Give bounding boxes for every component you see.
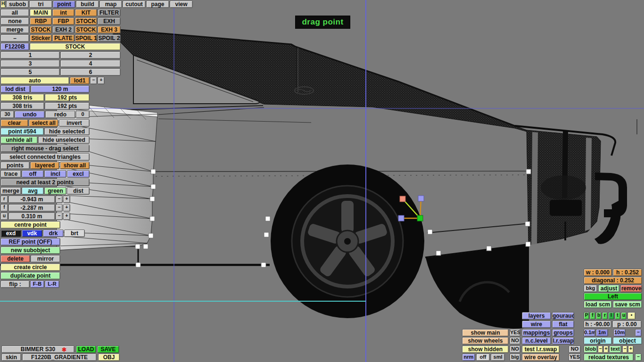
selected-point[interactable]	[150, 216, 155, 221]
btn-120-m[interactable]: 120 m	[31, 85, 90, 93]
btn-build[interactable]: build	[76, 0, 99, 8]
btn-[interactable]: –	[0, 34, 29, 42]
selected-point[interactable]	[150, 197, 155, 201]
btn-unhide-all[interactable]: unhide all	[0, 136, 38, 144]
btn-[interactable]: +	[603, 346, 609, 353]
btn-0[interactable]: 0	[76, 111, 90, 118]
btn-[interactable]: –	[622, 346, 627, 353]
btn-show-hidden[interactable]: show hidden	[462, 346, 509, 353]
btn-obj[interactable]: OBJ	[98, 354, 120, 361]
btn-layers[interactable]: layers	[522, 312, 551, 320]
btn-skin[interactable]: skin	[1, 354, 21, 361]
btn-flat[interactable]: flat	[552, 321, 574, 328]
btn-u[interactable]: u	[0, 213, 8, 220]
btn-bkg[interactable]: bkg	[584, 285, 597, 292]
view-side[interactable]: Left	[584, 293, 642, 300]
btn-text[interactable]: text	[609, 346, 621, 353]
btn-n-c-level[interactable]: n.c.level	[522, 337, 551, 345]
btn-308-tris[interactable]: 308 tris	[0, 94, 44, 101]
selected-point[interactable]	[525, 222, 530, 226]
menu-point-active[interactable]: point	[53, 0, 75, 8]
btn-exh-2[interactable]: EXH 2	[52, 26, 74, 33]
btn-w-0-000[interactable]: w : 0.000	[584, 269, 612, 276]
btn-hide-unselected[interactable]: hide unselected	[38, 136, 90, 144]
selected-point[interactable]	[526, 169, 531, 174]
btn-layered[interactable]: layered	[30, 162, 59, 169]
btn-vdk[interactable]: vdk	[22, 230, 42, 237]
selected-point[interactable]	[487, 246, 491, 251]
btn-1[interactable]: 1	[0, 51, 60, 59]
btn-1m[interactable]: 1m	[596, 329, 608, 337]
selected-point[interactable]	[428, 230, 432, 234]
btn-mappings[interactable]: mappings	[522, 329, 551, 337]
btn-rbp[interactable]: RBP	[30, 17, 52, 25]
btn-hide-selected[interactable]: hide selected	[44, 128, 90, 135]
selected-point[interactable]	[136, 263, 140, 267]
btn-30[interactable]: 30	[0, 111, 14, 118]
btn-save-scm[interactable]: save scm	[613, 301, 642, 308]
btn-exh-3[interactable]: EXH 3	[98, 26, 121, 33]
selected-point[interactable]	[135, 244, 140, 249]
btn-lod1[interactable]: lod1	[70, 77, 90, 84]
btn-flip[interactable]: flip :	[0, 280, 30, 288]
btn-avg[interactable]: avg	[22, 187, 44, 195]
btn-gouraud[interactable]: gouraud	[552, 312, 574, 320]
btn-blob[interactable]: blob	[584, 346, 597, 353]
btn-ref-point-off[interactable]: REF point (OFF)	[0, 238, 60, 246]
btn-f-b[interactable]: F-B	[30, 280, 44, 288]
btn-f1220b[interactable]: F1220B	[0, 43, 29, 50]
btn-adjust[interactable]: adjust	[598, 285, 619, 292]
btn-off[interactable]: off	[22, 170, 44, 178]
btn-merge[interactable]: merge	[0, 187, 21, 195]
btn-r[interactable]: r	[602, 312, 608, 320]
btn-right-mouse-drag-select[interactable]: right mouse - drag select	[0, 145, 90, 152]
btn-lod-dist[interactable]: lod dist	[0, 85, 30, 93]
btn-[interactable]: +	[63, 213, 70, 220]
selected-point[interactable]	[436, 251, 441, 255]
btn-undo[interactable]: undo	[15, 111, 45, 118]
btn-3[interactable]: 3	[0, 60, 60, 67]
selected-point[interactable]	[151, 169, 156, 174]
btn-drk[interactable]: drk	[43, 230, 64, 237]
btn-sticker[interactable]: Sticker	[30, 34, 52, 42]
skin-name[interactable]: F1220B_GRADIENTE	[22, 354, 97, 361]
btn-[interactable]: –	[56, 196, 63, 203]
btn-none[interactable]: none	[0, 17, 29, 25]
selected-point[interactable]	[261, 263, 266, 267]
selected-point[interactable]	[151, 184, 156, 189]
btn-redo[interactable]: redo	[45, 111, 75, 118]
btn-tri[interactable]: tri	[29, 0, 52, 8]
btn-subob[interactable]: subob	[6, 0, 29, 8]
btn-off[interactable]: off	[476, 354, 490, 361]
btn-excl[interactable]: excl	[67, 170, 90, 178]
selected-point[interactable]	[264, 232, 269, 237]
btn-p-0-00[interactable]: p : 0.00	[612, 321, 642, 328]
btn-test-l-r-swap[interactable]: test l.r.swap	[522, 346, 560, 353]
btn-fbp[interactable]: FBP	[52, 17, 74, 25]
btn-exh[interactable]: EXH	[98, 17, 121, 25]
btn-f[interactable]: f	[590, 312, 595, 320]
drag-handle-diagonal[interactable]	[400, 196, 405, 202]
drag-handle-vertical[interactable]	[418, 196, 424, 201]
btn-yes[interactable]: YES	[510, 329, 520, 337]
btn-p[interactable]: P	[584, 312, 589, 320]
btn-h-0-252[interactable]: h : 0.252	[613, 269, 642, 276]
btn-diagonal-0-252[interactable]: diagonal : 0.252	[584, 277, 642, 284]
btn-exd[interactable]: exd	[0, 230, 21, 237]
btn-map[interactable]: map	[99, 0, 122, 8]
view-dot-toggle[interactable]: •	[627, 312, 636, 320]
btn-object[interactable]: object	[613, 337, 642, 345]
btn-select-all[interactable]: select all	[29, 119, 58, 127]
btn-308-tris[interactable]: 308 tris	[0, 102, 44, 110]
btn-r[interactable]: r	[0, 196, 8, 203]
btn-[interactable]: –	[635, 329, 642, 337]
btn-reload-textures[interactable]: reload textures	[584, 354, 634, 361]
btn-[interactable]: –	[90, 77, 97, 84]
btn-2[interactable]: 2	[60, 51, 121, 59]
btn-6[interactable]: 6	[60, 68, 121, 76]
selected-point[interactable]	[265, 216, 270, 221]
btn-nrm[interactable]: nrm	[462, 354, 475, 361]
btn-trace[interactable]: trace	[0, 170, 21, 178]
btn-show-all[interactable]: show all	[60, 162, 90, 169]
btn-yes[interactable]: YES	[569, 354, 581, 361]
